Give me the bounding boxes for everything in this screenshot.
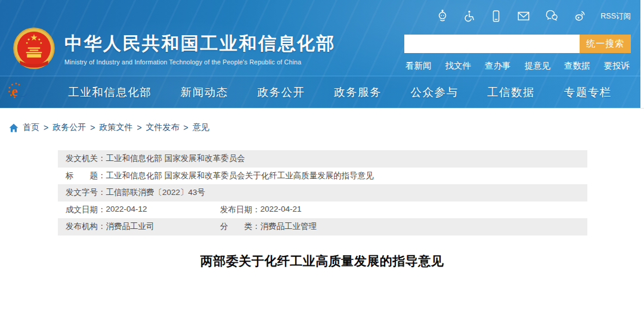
meta-value: 消费品工业司 bbox=[106, 221, 154, 232]
meta-row-issuing-agency: 发文机关：工业和信息化部 国家发展和改革委员会 bbox=[58, 150, 587, 168]
nav-item-special-topics[interactable]: 专题专栏 bbox=[564, 85, 612, 100]
meta-cell: 发布日期：2022-04-21 bbox=[220, 205, 302, 215]
header-icon-row: RSS订阅 bbox=[404, 8, 631, 24]
breadcrumb-gov-disclosure[interactable]: 政务公开 bbox=[52, 122, 86, 133]
mobile-icon[interactable] bbox=[490, 10, 503, 23]
meta-cell: 标 题：工业和信息化部 国家发展和改革委员会关于化纤工业高质量发展的指导意见 bbox=[66, 171, 374, 181]
quick-link-complaint[interactable]: 要投诉 bbox=[604, 60, 630, 72]
meta-cell: 分 类：消费品工业管理 bbox=[220, 221, 317, 232]
home-icon[interactable] bbox=[9, 123, 18, 132]
quick-link-files[interactable]: 找文件 bbox=[445, 60, 472, 72]
meta-row-publisher: 发布机构：消费品工业司 分 类：消费品工业管理 bbox=[58, 218, 587, 236]
meta-cell: 成文日期：2022-04-12 bbox=[66, 205, 220, 215]
article-title: 两部委关于化纤工业高质量发展的指导意见 bbox=[0, 253, 644, 269]
nav-item-miit[interactable]: 工业和信息化部 bbox=[68, 85, 151, 100]
meta-cell: 发布机构：消费品工业司 bbox=[66, 221, 220, 232]
meta-label: 发布日期： bbox=[220, 205, 261, 215]
meta-value: 2022-04-12 bbox=[106, 205, 147, 215]
meta-row-title: 标 题：工业和信息化部 国家发展和改革委员会关于化纤工业高质量发展的指导意见 bbox=[58, 168, 587, 185]
header-tools: RSS订阅 统一搜索 看新闻 找文件 查办事 提意见 查数据 要投诉 bbox=[404, 8, 631, 72]
quick-link-news[interactable]: 看新闻 bbox=[405, 60, 432, 72]
quick-link-feedback[interactable]: 提意见 bbox=[525, 60, 551, 72]
quick-links: 看新闻 找文件 查办事 提意见 查数据 要投诉 bbox=[404, 60, 631, 72]
national-emblem-icon bbox=[12, 26, 56, 70]
rss-link[interactable]: RSS订阅 bbox=[600, 11, 631, 21]
site-header: 中华人民共和国工业和信息化部 Ministry of Industry and … bbox=[0, 0, 644, 108]
page-right-margin bbox=[640, 0, 644, 108]
breadcrumb-file-release[interactable]: 文件发布 bbox=[146, 122, 179, 133]
meta-cell: 发文字号：工信部联消费〔2022〕43号 bbox=[66, 187, 205, 198]
svg-text:e: e bbox=[11, 84, 17, 99]
meta-value: 消费品工业管理 bbox=[261, 221, 317, 232]
meta-label: 发文字号： bbox=[66, 187, 106, 198]
breadcrumb-opinions[interactable]: 意见 bbox=[193, 122, 209, 133]
breadcrumb-separator: > bbox=[44, 123, 48, 132]
breadcrumb-separator: > bbox=[90, 123, 95, 132]
nav-item-gov-services[interactable]: 政务服务 bbox=[334, 85, 382, 100]
meta-label: 成文日期： bbox=[66, 205, 106, 215]
breadcrumb-separator: > bbox=[184, 123, 188, 132]
site-banner: 中华人民共和国工业和信息化部 Ministry of Industry and … bbox=[0, 0, 644, 76]
meta-label: 发文机关： bbox=[66, 153, 106, 164]
meta-row-dates: 成文日期：2022-04-12 发布日期：2022-04-21 bbox=[58, 202, 587, 219]
meta-label: 发布机构： bbox=[66, 221, 106, 232]
page-content: 首页 > 政务公开 > 政策文件 > 文件发布 > 意见 发文机关：工业和信息化… bbox=[0, 108, 644, 269]
search-button[interactable]: 统一搜索 bbox=[580, 35, 631, 53]
nav-item-gov-disclosure[interactable]: 政务公开 bbox=[257, 85, 305, 100]
wechat-icon[interactable] bbox=[544, 10, 559, 23]
breadcrumb-separator: > bbox=[137, 123, 141, 132]
meta-row-doc-number: 发文字号：工信部联消费〔2022〕43号 bbox=[58, 184, 587, 202]
nav-item-news[interactable]: 新闻动态 bbox=[181, 85, 228, 100]
breadcrumb-home[interactable]: 首页 bbox=[23, 122, 39, 133]
nav-item-miit-data[interactable]: 工信数据 bbox=[487, 85, 535, 100]
mail-icon[interactable] bbox=[516, 10, 531, 23]
quick-link-services[interactable]: 查办事 bbox=[485, 60, 511, 72]
nav-item-public-participation[interactable]: 公众参与 bbox=[411, 85, 459, 100]
nav-items: 工业和信息化部 新闻动态 政务公开 政务服务 公众参与 工信数据 专题专栏 bbox=[30, 85, 644, 100]
main-nav: e 工业和信息化部 新闻动态 政务公开 政务服务 公众参与 工信数据 专题专栏 bbox=[0, 76, 644, 108]
meta-cell: 发文机关：工业和信息化部 国家发展和改革委员会 bbox=[66, 153, 245, 164]
site-title: 中华人民共和国工业和信息化部 bbox=[64, 32, 336, 56]
miit-e-logo-icon: e bbox=[6, 82, 30, 102]
meta-value: 工业和信息化部 国家发展和改革委员会关于化纤工业高质量发展的指导意见 bbox=[106, 171, 374, 181]
breadcrumb: 首页 > 政务公开 > 政策文件 > 文件发布 > 意见 bbox=[0, 108, 644, 133]
meta-value: 工业和信息化部 国家发展和改革委员会 bbox=[106, 153, 245, 164]
site-subtitle: Ministry of Industry and Information Tec… bbox=[64, 58, 336, 66]
doc-meta-table: 发文机关：工业和信息化部 国家发展和改革委员会 标 题：工业和信息化部 国家发展… bbox=[58, 150, 587, 236]
meta-label: 标 题： bbox=[66, 171, 106, 181]
search-input[interactable] bbox=[404, 35, 580, 53]
meta-value: 2022-04-21 bbox=[261, 205, 302, 215]
weibo-icon[interactable] bbox=[572, 10, 587, 23]
search-bar: 统一搜索 bbox=[404, 35, 631, 53]
breadcrumb-policy-files[interactable]: 政策文件 bbox=[99, 122, 132, 133]
meta-value: 工信部联消费〔2022〕43号 bbox=[106, 187, 206, 198]
accessibility-icon[interactable] bbox=[463, 10, 476, 23]
site-identity[interactable]: 中华人民共和国工业和信息化部 Ministry of Industry and … bbox=[12, 26, 336, 70]
meta-label: 分 类： bbox=[220, 221, 261, 232]
mascot-icon[interactable] bbox=[436, 10, 449, 23]
quick-link-data[interactable]: 查数据 bbox=[564, 60, 590, 72]
